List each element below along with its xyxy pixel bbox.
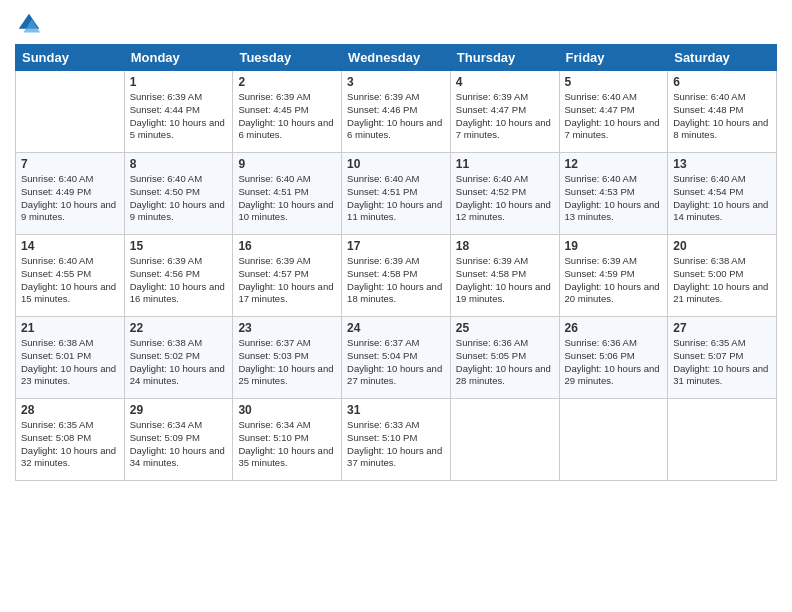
cell-w4-d4: 24Sunrise: 6:37 AMSunset: 5:04 PMDayligh… [342,317,451,399]
col-wednesday: Wednesday [342,45,451,71]
day-number: 17 [347,239,445,253]
cell-info: Sunrise: 6:40 AMSunset: 4:54 PMDaylight:… [673,173,771,224]
col-thursday: Thursday [450,45,559,71]
day-number: 1 [130,75,228,89]
cell-w4-d1: 21Sunrise: 6:38 AMSunset: 5:01 PMDayligh… [16,317,125,399]
cell-info: Sunrise: 6:39 AMSunset: 4:58 PMDaylight:… [347,255,445,306]
day-number: 31 [347,403,445,417]
cell-info: Sunrise: 6:35 AMSunset: 5:07 PMDaylight:… [673,337,771,388]
cell-w1-d7: 6Sunrise: 6:40 AMSunset: 4:48 PMDaylight… [668,71,777,153]
day-number: 15 [130,239,228,253]
day-number: 30 [238,403,336,417]
day-number: 11 [456,157,554,171]
cell-info: Sunrise: 6:40 AMSunset: 4:51 PMDaylight:… [347,173,445,224]
day-number: 2 [238,75,336,89]
cell-info: Sunrise: 6:39 AMSunset: 4:45 PMDaylight:… [238,91,336,142]
day-number: 25 [456,321,554,335]
cell-info: Sunrise: 6:39 AMSunset: 4:46 PMDaylight:… [347,91,445,142]
cell-w5-d1: 28Sunrise: 6:35 AMSunset: 5:08 PMDayligh… [16,399,125,481]
cell-info: Sunrise: 6:34 AMSunset: 5:09 PMDaylight:… [130,419,228,470]
cell-info: Sunrise: 6:39 AMSunset: 4:57 PMDaylight:… [238,255,336,306]
col-tuesday: Tuesday [233,45,342,71]
cell-info: Sunrise: 6:40 AMSunset: 4:47 PMDaylight:… [565,91,663,142]
day-number: 7 [21,157,119,171]
day-number: 16 [238,239,336,253]
week-row-5: 28Sunrise: 6:35 AMSunset: 5:08 PMDayligh… [16,399,777,481]
cell-info: Sunrise: 6:37 AMSunset: 5:03 PMDaylight:… [238,337,336,388]
day-number: 24 [347,321,445,335]
cell-info: Sunrise: 6:40 AMSunset: 4:53 PMDaylight:… [565,173,663,224]
day-number: 3 [347,75,445,89]
cell-info: Sunrise: 6:39 AMSunset: 4:59 PMDaylight:… [565,255,663,306]
cell-w1-d6: 5Sunrise: 6:40 AMSunset: 4:47 PMDaylight… [559,71,668,153]
week-row-2: 7Sunrise: 6:40 AMSunset: 4:49 PMDaylight… [16,153,777,235]
cell-w3-d3: 16Sunrise: 6:39 AMSunset: 4:57 PMDayligh… [233,235,342,317]
page: Sunday Monday Tuesday Wednesday Thursday… [0,0,792,612]
cell-w5-d5 [450,399,559,481]
cell-w4-d6: 26Sunrise: 6:36 AMSunset: 5:06 PMDayligh… [559,317,668,399]
day-number: 10 [347,157,445,171]
cell-info: Sunrise: 6:36 AMSunset: 5:06 PMDaylight:… [565,337,663,388]
day-number: 8 [130,157,228,171]
cell-w4-d3: 23Sunrise: 6:37 AMSunset: 5:03 PMDayligh… [233,317,342,399]
cell-w5-d3: 30Sunrise: 6:34 AMSunset: 5:10 PMDayligh… [233,399,342,481]
cell-w3-d7: 20Sunrise: 6:38 AMSunset: 5:00 PMDayligh… [668,235,777,317]
day-number: 5 [565,75,663,89]
day-number: 23 [238,321,336,335]
cell-info: Sunrise: 6:38 AMSunset: 5:01 PMDaylight:… [21,337,119,388]
cell-info: Sunrise: 6:37 AMSunset: 5:04 PMDaylight:… [347,337,445,388]
cell-w2-d1: 7Sunrise: 6:40 AMSunset: 4:49 PMDaylight… [16,153,125,235]
cell-w2-d2: 8Sunrise: 6:40 AMSunset: 4:50 PMDaylight… [124,153,233,235]
day-number: 9 [238,157,336,171]
cell-w1-d5: 4Sunrise: 6:39 AMSunset: 4:47 PMDaylight… [450,71,559,153]
header-row: Sunday Monday Tuesday Wednesday Thursday… [16,45,777,71]
day-number: 19 [565,239,663,253]
day-number: 29 [130,403,228,417]
cell-w2-d7: 13Sunrise: 6:40 AMSunset: 4:54 PMDayligh… [668,153,777,235]
cell-w3-d1: 14Sunrise: 6:40 AMSunset: 4:55 PMDayligh… [16,235,125,317]
cell-w5-d4: 31Sunrise: 6:33 AMSunset: 5:10 PMDayligh… [342,399,451,481]
cell-info: Sunrise: 6:39 AMSunset: 4:56 PMDaylight:… [130,255,228,306]
cell-info: Sunrise: 6:40 AMSunset: 4:49 PMDaylight:… [21,173,119,224]
cell-info: Sunrise: 6:39 AMSunset: 4:47 PMDaylight:… [456,91,554,142]
cell-info: Sunrise: 6:39 AMSunset: 4:58 PMDaylight:… [456,255,554,306]
cell-w2-d6: 12Sunrise: 6:40 AMSunset: 4:53 PMDayligh… [559,153,668,235]
day-number: 21 [21,321,119,335]
day-number: 18 [456,239,554,253]
cell-w1-d2: 1Sunrise: 6:39 AMSunset: 4:44 PMDaylight… [124,71,233,153]
day-number: 26 [565,321,663,335]
cell-w3-d4: 17Sunrise: 6:39 AMSunset: 4:58 PMDayligh… [342,235,451,317]
day-number: 14 [21,239,119,253]
cell-info: Sunrise: 6:40 AMSunset: 4:51 PMDaylight:… [238,173,336,224]
cell-info: Sunrise: 6:36 AMSunset: 5:05 PMDaylight:… [456,337,554,388]
cell-w4-d7: 27Sunrise: 6:35 AMSunset: 5:07 PMDayligh… [668,317,777,399]
cell-info: Sunrise: 6:39 AMSunset: 4:44 PMDaylight:… [130,91,228,142]
cell-info: Sunrise: 6:34 AMSunset: 5:10 PMDaylight:… [238,419,336,470]
cell-w1-d3: 2Sunrise: 6:39 AMSunset: 4:45 PMDaylight… [233,71,342,153]
cell-w5-d7 [668,399,777,481]
day-number: 20 [673,239,771,253]
cell-info: Sunrise: 6:40 AMSunset: 4:48 PMDaylight:… [673,91,771,142]
logo [15,10,47,38]
day-number: 28 [21,403,119,417]
cell-w2-d3: 9Sunrise: 6:40 AMSunset: 4:51 PMDaylight… [233,153,342,235]
cell-w5-d6 [559,399,668,481]
cell-w2-d4: 10Sunrise: 6:40 AMSunset: 4:51 PMDayligh… [342,153,451,235]
day-number: 6 [673,75,771,89]
cell-w1-d4: 3Sunrise: 6:39 AMSunset: 4:46 PMDaylight… [342,71,451,153]
col-friday: Friday [559,45,668,71]
cell-w4-d5: 25Sunrise: 6:36 AMSunset: 5:05 PMDayligh… [450,317,559,399]
col-monday: Monday [124,45,233,71]
cell-info: Sunrise: 6:40 AMSunset: 4:52 PMDaylight:… [456,173,554,224]
day-number: 22 [130,321,228,335]
week-row-4: 21Sunrise: 6:38 AMSunset: 5:01 PMDayligh… [16,317,777,399]
day-number: 13 [673,157,771,171]
cell-info: Sunrise: 6:40 AMSunset: 4:50 PMDaylight:… [130,173,228,224]
cell-w4-d2: 22Sunrise: 6:38 AMSunset: 5:02 PMDayligh… [124,317,233,399]
cell-w5-d2: 29Sunrise: 6:34 AMSunset: 5:09 PMDayligh… [124,399,233,481]
day-number: 4 [456,75,554,89]
cell-info: Sunrise: 6:38 AMSunset: 5:02 PMDaylight:… [130,337,228,388]
week-row-3: 14Sunrise: 6:40 AMSunset: 4:55 PMDayligh… [16,235,777,317]
header [15,10,777,38]
cell-info: Sunrise: 6:35 AMSunset: 5:08 PMDaylight:… [21,419,119,470]
